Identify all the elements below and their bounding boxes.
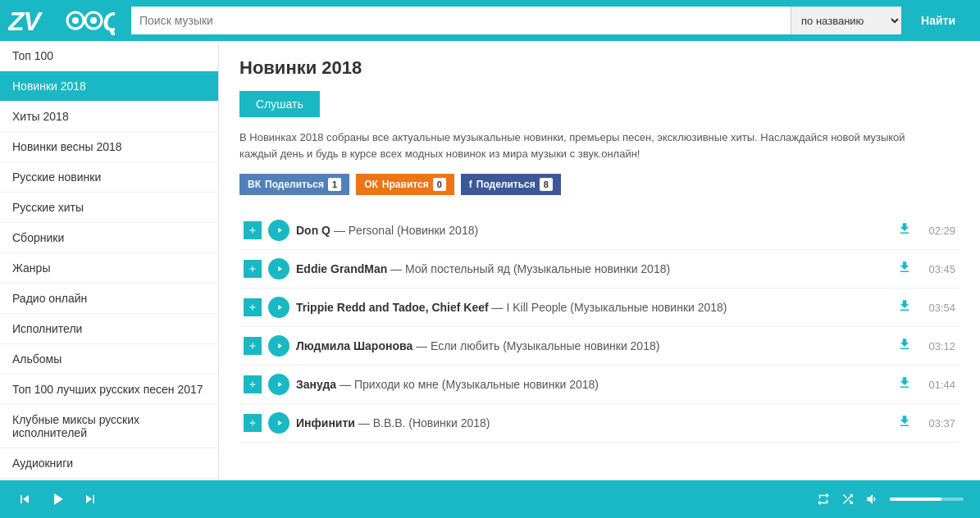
- sidebar-item-4[interactable]: Русские новинки: [0, 162, 218, 193]
- track-play-button[interactable]: [268, 297, 289, 318]
- track-row: Людмила Шаронова — Если любить (Музыкаль…: [239, 327, 959, 366]
- svg-text:ZV: ZV: [8, 7, 43, 35]
- sidebar-item-6[interactable]: Сборники: [0, 223, 218, 253]
- fb-share-button[interactable]: f Поделиться 8: [461, 174, 561, 195]
- track-play-button[interactable]: [268, 220, 289, 241]
- track-add-icon[interactable]: [244, 414, 262, 432]
- social-buttons: ВК Поделиться 1 ОК Нравится 0 f Поделить…: [239, 174, 959, 195]
- svg-text:Q: Q: [103, 7, 115, 35]
- volume-fill: [890, 498, 941, 501]
- search-button[interactable]: Найти: [905, 7, 972, 34]
- track-duration: 03:37: [927, 417, 955, 429]
- track-download-button[interactable]: [897, 414, 912, 433]
- track-add-icon[interactable]: [244, 337, 262, 355]
- vk-share-button[interactable]: ВК Поделиться 1: [239, 174, 349, 195]
- ok-icon: ОК: [364, 179, 378, 190]
- prev-button[interactable]: [16, 491, 33, 507]
- sidebar-item-5[interactable]: Русские хиты: [0, 193, 218, 223]
- track-duration: 03:45: [927, 263, 955, 275]
- vk-count: 1: [328, 178, 341, 191]
- ok-like-button[interactable]: ОК Нравится 0: [356, 174, 454, 195]
- sidebar-item-1[interactable]: Новинки 2018: [0, 71, 218, 102]
- track-add-icon[interactable]: [244, 375, 262, 393]
- sidebar-item-9[interactable]: Исполнители: [0, 314, 218, 344]
- track-title: — В.В.В. (Новинки 2018): [358, 416, 490, 429]
- track-play-button[interactable]: [268, 258, 289, 279]
- track-artist: Инфинити: [296, 416, 355, 429]
- sidebar-item-12[interactable]: Клубные миксы русских исполнителей: [0, 405, 218, 448]
- track-duration: 03:54: [927, 302, 955, 314]
- sidebar-item-2[interactable]: Хиты 2018: [0, 102, 218, 132]
- track-add-icon[interactable]: [244, 221, 262, 239]
- track-row: Don Q — Personal (Новинки 2018)02:29: [239, 211, 959, 250]
- track-row: Инфинити — В.В.В. (Новинки 2018)03:37: [239, 404, 959, 443]
- track-add-icon[interactable]: [244, 260, 262, 278]
- track-list: Don Q — Personal (Новинки 2018)02:29Eddi…: [239, 211, 959, 443]
- track-row: Зануда — Приходи ко мне (Музыкальные нов…: [239, 366, 959, 404]
- track-info: Зануда — Приходи ко мне (Музыкальные нов…: [296, 378, 891, 391]
- vk-icon: ВК: [248, 179, 261, 190]
- track-title: — Personal (Новинки 2018): [334, 224, 478, 237]
- search-input[interactable]: [131, 7, 791, 34]
- sidebar-item-3[interactable]: Новинки весны 2018: [0, 132, 218, 162]
- track-title: — Приходи ко мне (Музыкальные новинки 20…: [340, 378, 599, 391]
- track-play-button[interactable]: [268, 412, 289, 434]
- track-info: Людмила Шаронова — Если любить (Музыкаль…: [296, 339, 891, 352]
- player-bar: [0, 480, 980, 518]
- logo: ZV Q: [8, 6, 115, 35]
- volume-button[interactable]: [865, 492, 880, 507]
- track-play-button[interactable]: [268, 335, 289, 357]
- svg-point-2: [72, 17, 79, 24]
- track-play-button[interactable]: [268, 374, 289, 395]
- play-button[interactable]: [48, 489, 67, 509]
- track-download-button[interactable]: [897, 375, 912, 394]
- track-title: — Мой постельный яд (Музыкальные новинки…: [390, 262, 670, 275]
- track-title: — Если любить (Музыкальные новинки 2018): [416, 339, 659, 352]
- track-download-button[interactable]: [897, 337, 912, 356]
- track-row: Eddie GrandMan — Мой постельный яд (Музы…: [239, 250, 959, 289]
- fb-count: 8: [540, 178, 553, 191]
- shuffle-button[interactable]: [841, 492, 855, 507]
- player-controls: [16, 489, 98, 509]
- content: Новинки 2018 Слушать В Новинках 2018 соб…: [219, 41, 980, 480]
- track-duration: 03:12: [927, 340, 955, 352]
- fb-icon: f: [469, 179, 472, 190]
- track-download-button[interactable]: [897, 260, 912, 279]
- sidebar-item-10[interactable]: Альбомы: [0, 344, 218, 375]
- track-artist: Don Q: [296, 224, 330, 237]
- track-info: Trippie Redd and Tadoe, Chief Keef — I K…: [296, 301, 891, 314]
- sidebar-item-0[interactable]: Топ 100: [0, 41, 218, 71]
- track-info: Don Q — Personal (Новинки 2018): [296, 224, 891, 237]
- next-button[interactable]: [82, 491, 98, 507]
- fb-label: Поделиться: [476, 179, 536, 190]
- track-artist: Trippie Redd and Tadoe, Chief Keef: [296, 301, 489, 314]
- track-download-button[interactable]: [897, 298, 912, 317]
- vk-label: Поделиться: [265, 179, 324, 190]
- track-add-icon[interactable]: [244, 298, 262, 316]
- description: В Новинках 2018 собраны все актуальные м…: [239, 130, 945, 161]
- main-layout: Топ 100Новинки 2018Хиты 2018Новинки весн…: [0, 41, 980, 480]
- sidebar-item-8[interactable]: Радио онлайн: [0, 284, 218, 314]
- search-type-select[interactable]: по названию по исполнителю по альбому: [791, 7, 901, 34]
- track-download-button[interactable]: [897, 221, 912, 240]
- repeat-button[interactable]: [816, 492, 831, 507]
- page-title: Новинки 2018: [239, 57, 959, 79]
- track-duration: 02:29: [927, 225, 955, 237]
- track-title: — I Kill People (Музыкальные новинки 201…: [492, 301, 727, 314]
- ok-label: Нравится: [382, 179, 429, 190]
- header: ZV Q по названию по исполнителю по альбо…: [0, 0, 980, 41]
- track-artist: Людмила Шаронова: [296, 339, 413, 352]
- volume-slider[interactable]: [890, 498, 964, 501]
- sidebar-item-11[interactable]: Топ 100 лучших русских песен 2017: [0, 375, 218, 405]
- listen-button[interactable]: Слушать: [239, 91, 320, 117]
- sidebar-item-13[interactable]: Аудиокниги: [0, 448, 218, 479]
- search-bar: по названию по исполнителю по альбому На…: [131, 7, 972, 34]
- track-artist: Eddie GrandMan: [296, 262, 387, 275]
- sidebar: Топ 100Новинки 2018Хиты 2018Новинки весн…: [0, 41, 219, 480]
- track-info: Eddie GrandMan — Мой постельный яд (Музы…: [296, 262, 891, 275]
- track-info: Инфинити — В.В.В. (Новинки 2018): [296, 416, 891, 429]
- sidebar-item-7[interactable]: Жанры: [0, 253, 218, 284]
- track-duration: 01:44: [927, 379, 955, 391]
- ok-count: 0: [433, 178, 446, 191]
- player-right-controls: [816, 492, 964, 507]
